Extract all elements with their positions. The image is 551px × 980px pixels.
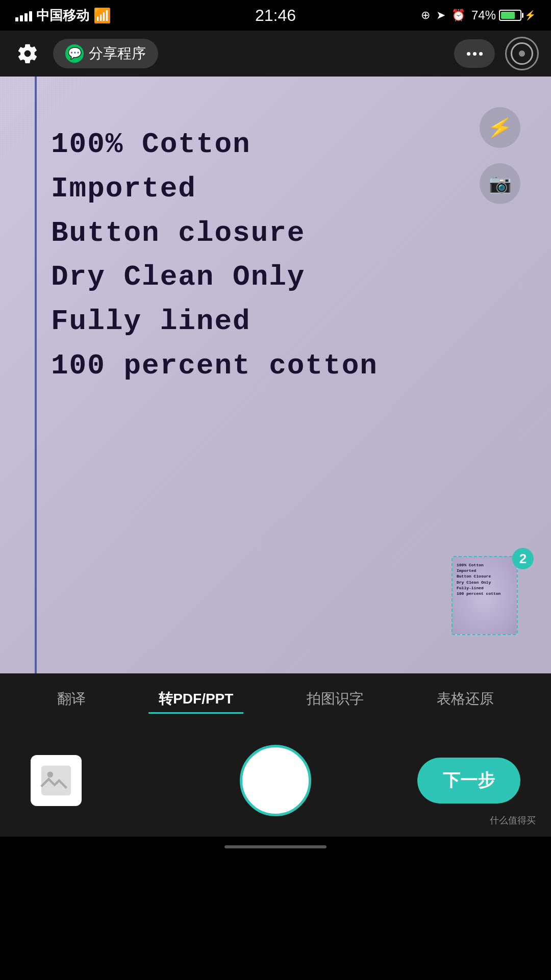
signal-icon — [15, 9, 32, 21]
wifi-icon: 📶 — [93, 7, 111, 24]
flash-button[interactable]: ⚡ — [480, 107, 520, 148]
next-button[interactable]: 下一步 — [417, 758, 520, 803]
dot1 — [467, 52, 470, 56]
scan-line-2: Imported — [51, 167, 520, 211]
thumbnail-image: 100% CottonImportedButton ClosureDry Cle… — [452, 556, 518, 635]
alarm-icon: ⏰ — [452, 9, 465, 22]
scanned-text: 100% Cotton Imported Button closure Dry … — [51, 122, 520, 388]
battery-info: 74% ⚡ — [471, 8, 536, 22]
tab-table[interactable]: 表格还原 — [427, 684, 504, 714]
thumbnail-container[interactable]: 2 100% CottonImportedButton ClosureDry C… — [452, 556, 525, 643]
carrier-label: 中国移动 — [36, 7, 89, 24]
carrier-info: 中国移动 📶 — [15, 7, 111, 24]
navigation-icon: ➤ — [436, 9, 445, 22]
thumbnail-badge: 2 — [512, 548, 534, 569]
record-button[interactable] — [505, 37, 539, 70]
camera-switch-icon: 📷 — [489, 173, 512, 194]
shutter-inner — [247, 752, 304, 809]
scan-line-5: Fully lined — [51, 299, 520, 344]
tab-translate[interactable]: 翻译 — [47, 684, 96, 714]
record-inner — [511, 42, 533, 65]
status-right: ⊕ ➤ ⏰ 74% ⚡ — [421, 8, 536, 22]
svg-point-1 — [47, 772, 54, 778]
tab-pdf-ppt[interactable]: 转PDF/PPT — [148, 684, 243, 714]
home-bar — [224, 845, 327, 848]
watermark: 什么值得买 — [490, 814, 536, 826]
more-options-button[interactable] — [454, 39, 495, 68]
dot2 — [473, 52, 477, 56]
thumbnail-text: 100% CottonImportedButton ClosureDry Cle… — [457, 562, 500, 596]
scan-line-1: 100% Cotton — [51, 122, 520, 167]
dot3 — [479, 52, 483, 56]
action-bar: 下一步 什么值得买 — [0, 724, 551, 837]
location-icon: ⊕ — [421, 9, 430, 22]
camera-switch-button[interactable]: 📷 — [480, 163, 520, 204]
gear-icon — [16, 42, 39, 65]
flash-icon: ⚡ — [485, 114, 514, 142]
toolbar: 💬 分享程序 — [0, 31, 551, 77]
wechat-share-button[interactable]: 💬 分享程序 — [53, 39, 158, 68]
status-bar: 中国移动 📶 21:46 ⊕ ➤ ⏰ 74% ⚡ — [0, 0, 551, 31]
clock: 21:46 — [255, 6, 296, 25]
battery-percent: 74% — [471, 8, 496, 22]
scan-line-3: Button closure — [51, 211, 520, 256]
shutter-button[interactable] — [240, 745, 311, 816]
camera-viewfinder: 100% Cotton Imported Button closure Dry … — [0, 77, 551, 673]
bottom-nav: 翻译 转PDF/PPT 拍图识字 表格还原 — [0, 673, 551, 724]
bolt-icon: ⚡ — [524, 10, 536, 21]
home-indicator — [0, 837, 551, 857]
scan-line-4: Dry Clean Only — [51, 255, 520, 299]
share-label: 分享程序 — [89, 44, 146, 63]
tab-ocr[interactable]: 拍图识字 — [296, 684, 374, 714]
battery-icon — [499, 10, 521, 21]
gallery-icon — [38, 763, 74, 798]
settings-button[interactable] — [12, 38, 43, 69]
wechat-icon: 💬 — [65, 44, 84, 63]
battery-fill — [501, 12, 515, 19]
scan-line-6: 100 percent cotton — [51, 344, 520, 388]
record-dot — [519, 51, 525, 57]
gallery-button[interactable] — [31, 755, 82, 806]
